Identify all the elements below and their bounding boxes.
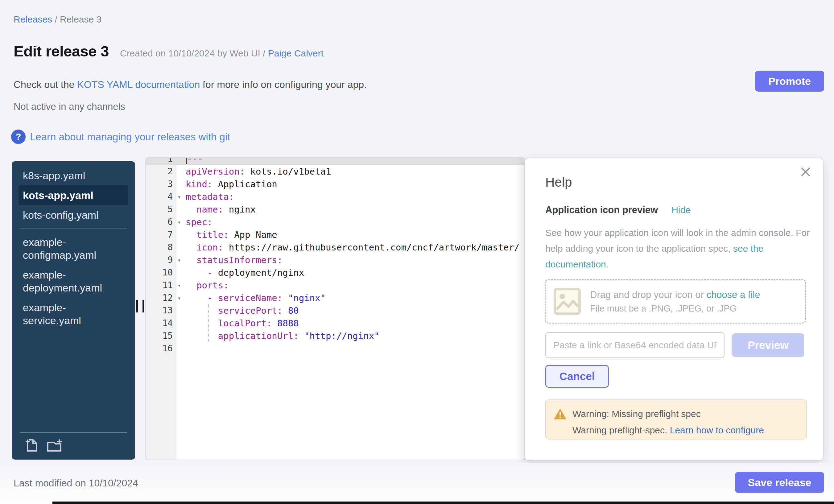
file-tab-example-deployment.yaml[interactable]: example-deployment.yaml <box>19 265 128 298</box>
code-text: localPort: 8888 <box>186 318 299 328</box>
code-line-13[interactable]: 13 servicePort: 80 <box>146 304 525 317</box>
code-line-3[interactable]: 3kind: Application <box>146 178 525 190</box>
warning-detail-text: Warning preflight-spec. <box>572 425 670 435</box>
breadcrumb: Releases / Release 3 <box>14 14 102 25</box>
configure-preflight-link[interactable]: Learn how to configure <box>670 425 764 435</box>
warning-detail: Warning preflight-spec. Learn how to con… <box>572 425 799 436</box>
icon-url-input[interactable] <box>545 332 725 358</box>
code-line-11[interactable]: 11▾ ports: <box>146 279 525 291</box>
description-text: See how your application icon will look … <box>545 228 810 254</box>
line-number: 7 <box>146 229 173 240</box>
dropzone-line2-text: File must be a .PNG, .JPEG, or .JPG <box>590 304 760 314</box>
code-line-7[interactable]: 7 title: App Name <box>146 228 525 241</box>
code-line-6[interactable]: 6▾spec: <box>146 216 525 228</box>
created-meta: Created on 10/10/2024 by Web UI / Paige … <box>120 48 324 59</box>
title-row: Edit release 3 Created on 10/10/2024 by … <box>14 43 324 60</box>
line-number: 11 <box>146 280 173 290</box>
code-text: servicePort: 80 <box>186 305 299 316</box>
fold-arrow-icon[interactable]: ▾ <box>173 294 186 301</box>
add-folder-icon[interactable] <box>46 437 63 453</box>
code-line-9[interactable]: 9▾ statusInformers: <box>146 254 525 266</box>
fold-arrow-icon[interactable]: ▾ <box>173 282 186 289</box>
question-circle-icon: ? <box>11 130 26 144</box>
breadcrumb-releases-link[interactable]: Releases <box>14 14 52 24</box>
code-line-5[interactable]: 5 name: nginx <box>146 203 525 216</box>
help-panel: Help Application icon preview Hide See h… <box>524 158 824 461</box>
preflight-warning: Warning: Missing preflight spec Warning … <box>545 399 807 440</box>
kots-docs-link[interactable]: KOTS YAML documentation <box>77 79 200 90</box>
code-text: apiVersion: kots.io/v1beta1 <box>186 166 331 177</box>
channel-status: Not active in any channels <box>14 101 125 112</box>
icon-dropzone[interactable]: Drag and drop your icon or choose a file… <box>545 279 806 324</box>
docs-post-text: for more info on configuring your app. <box>200 79 367 90</box>
image-placeholder-icon <box>553 287 581 315</box>
last-modified-text: Last modified on 10/10/2024 <box>14 478 138 489</box>
promote-button[interactable]: Promote <box>755 71 824 92</box>
close-icon[interactable] <box>800 166 811 177</box>
author-link[interactable]: Paige Calvert <box>268 48 324 58</box>
line-number: 1 <box>146 157 173 164</box>
file-tree: k8s-app.yamlkots-app.yamlkots-config.yam… <box>12 161 135 330</box>
code-line-12[interactable]: 12▾ - serviceName: "nginx" <box>146 291 525 304</box>
yaml-editor[interactable]: 1---2apiVersion: kots.io/v1beta13kind: A… <box>145 157 525 460</box>
fold-arrow-icon[interactable]: ▾ <box>173 219 186 225</box>
sidebar-resize-handle[interactable] <box>136 300 144 312</box>
code-text: ports: <box>186 280 229 290</box>
file-tab-example-service.yaml[interactable]: example-service.yaml <box>19 298 128 330</box>
line-number: 15 <box>146 331 173 341</box>
sidebar-actions <box>20 433 127 456</box>
choose-file-link[interactable]: choose a file <box>706 289 760 300</box>
file-tab-kots-config.yaml[interactable]: kots-config.yaml <box>19 205 128 225</box>
icon-preview-title: Application icon preview <box>545 204 658 216</box>
line-number: 6 <box>146 217 173 227</box>
file-tab-k8s-app.yaml[interactable]: k8s-app.yaml <box>19 166 128 185</box>
fold-arrow-icon[interactable]: ▾ <box>173 257 186 263</box>
line-number: 14 <box>146 318 173 328</box>
code-line-8[interactable]: 8 icon: https://raw.githubusercontent.co… <box>146 241 525 254</box>
hide-link[interactable]: Hide <box>672 205 690 215</box>
file-group-divider <box>20 228 127 229</box>
dropzone-text: Drag and drop your icon or choose a file… <box>590 289 760 314</box>
horizontal-scrollbar[interactable] <box>52 502 834 504</box>
fold-arrow-icon[interactable]: ▾ <box>173 193 186 200</box>
save-release-button[interactable]: Save release <box>735 472 824 493</box>
git-releases-link[interactable]: Learn about managing your releases with … <box>30 131 230 143</box>
breadcrumb-separator: / <box>52 14 60 24</box>
code-text: kind: Application <box>186 179 277 190</box>
icon-preview-header: Application icon preview Hide <box>545 204 690 216</box>
dropzone-line1-text: Drag and drop your icon or <box>590 289 706 300</box>
code-line-15[interactable]: 15 applicationUrl: "http://nginx" <box>146 329 525 342</box>
code-text: - deployment/nginx <box>186 267 304 278</box>
file-sidebar: k8s-app.yamlkots-app.yamlkots-config.yam… <box>12 161 135 460</box>
line-number: 2 <box>146 166 173 176</box>
code-line-14[interactable]: 14 localPort: 8888 <box>146 317 525 329</box>
code-text: spec: <box>186 217 213 227</box>
docs-pre-text: Check out the <box>14 79 77 90</box>
file-tab-example-configmap.yaml[interactable]: example-configmap.yaml <box>19 232 128 265</box>
code-line-1[interactable]: 1--- <box>146 157 525 165</box>
code-line-2[interactable]: 2apiVersion: kots.io/v1beta1 <box>146 165 525 178</box>
code-text: - serviceName: "nginx" <box>186 293 326 303</box>
text-cursor <box>186 157 186 164</box>
code-line-4[interactable]: 4▾metadata: <box>146 190 525 203</box>
docs-line: Check out the KOTS YAML documentation fo… <box>14 79 367 90</box>
git-help-row: ? Learn about managing your releases wit… <box>11 130 230 144</box>
warning-triangle-icon <box>553 408 567 420</box>
add-file-icon[interactable] <box>24 437 38 453</box>
code-line-10[interactable]: 10 - deployment/nginx <box>146 266 525 279</box>
code-text: name: nginx <box>186 204 256 215</box>
code-line-16[interactable]: 16 <box>146 342 525 355</box>
code-text: --- <box>186 157 203 164</box>
code-text: icon: https://raw.githubusercontent.com/… <box>186 242 520 253</box>
warning-text: Warning: Missing preflight spec <box>572 409 701 419</box>
preview-button[interactable]: Preview <box>732 333 804 357</box>
cancel-button[interactable]: Cancel <box>545 365 609 388</box>
line-number: 10 <box>146 267 173 278</box>
file-tab-kots-app.yaml[interactable]: kots-app.yaml <box>19 185 128 205</box>
line-number: 13 <box>146 305 173 315</box>
line-number: 12 <box>146 293 173 303</box>
code-text: applicationUrl: "http://nginx" <box>186 331 380 341</box>
help-title: Help <box>545 175 572 190</box>
code-lines: 1---2apiVersion: kots.io/v1beta13kind: A… <box>146 157 525 355</box>
created-text: Created on 10/10/2024 by Web UI / <box>120 48 268 58</box>
